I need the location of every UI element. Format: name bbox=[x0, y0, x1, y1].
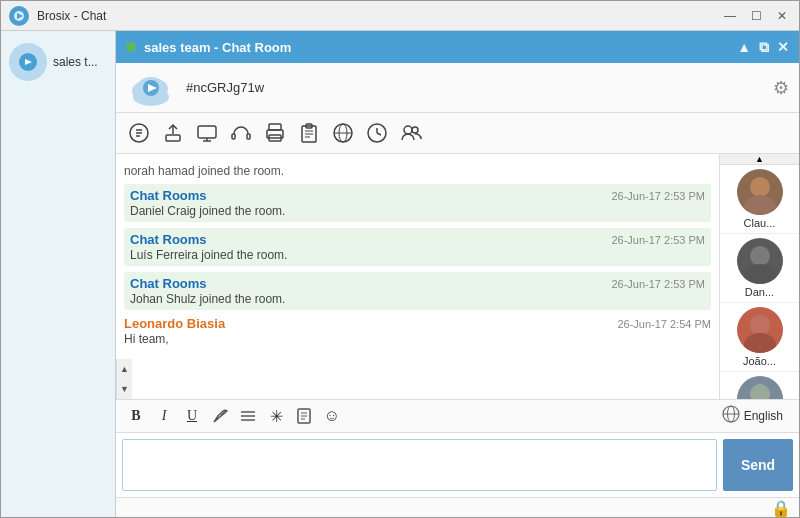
participant-avatar bbox=[737, 376, 783, 399]
messages-wrapper: norah hamad joined the room. Chat Rooms … bbox=[116, 154, 719, 399]
toolbar-clipboard-icon[interactable] bbox=[294, 119, 324, 147]
svg-rect-23 bbox=[247, 134, 250, 139]
message-group: Chat Rooms 26-Jun-17 2:53 PM Daniel Crai… bbox=[124, 184, 711, 222]
svg-rect-22 bbox=[232, 134, 235, 139]
collapse-button[interactable]: ▲ bbox=[737, 39, 751, 56]
message-time: 26-Jun-17 2:54 PM bbox=[617, 318, 711, 330]
message-group: Chat Rooms 26-Jun-17 2:53 PM Johan Shulz… bbox=[124, 272, 711, 310]
left-sidebar: sales t... bbox=[1, 31, 116, 518]
maximize-button[interactable]: ☐ bbox=[747, 7, 765, 25]
svg-line-37 bbox=[377, 133, 381, 135]
right-panel: sales team - Chat Room ▲ ⧉ ✕ #ncGRJg71w bbox=[116, 31, 799, 518]
toolbar-group-icon[interactable] bbox=[396, 119, 426, 147]
room-settings-icon[interactable]: ⚙ bbox=[773, 77, 789, 99]
chat-header-actions: ▲ ⧉ ✕ bbox=[737, 39, 789, 56]
language-icon bbox=[722, 405, 740, 427]
sidebar-username: sales t... bbox=[53, 55, 98, 69]
room-cloud-icon bbox=[126, 69, 176, 107]
participant-item[interactable]: Clau... bbox=[720, 165, 799, 234]
lock-icon: 🔒 bbox=[771, 499, 791, 518]
close-button[interactable]: ✕ bbox=[773, 7, 791, 25]
sidebar-user: sales t... bbox=[5, 39, 111, 85]
format-underline[interactable]: U bbox=[180, 404, 204, 428]
participant-avatar bbox=[737, 307, 783, 353]
message-sender: Chat Rooms bbox=[130, 276, 207, 291]
svg-point-40 bbox=[750, 177, 770, 197]
message-header: Chat Rooms 26-Jun-17 2:53 PM bbox=[130, 276, 705, 291]
participant-item[interactable]: João... bbox=[720, 303, 799, 372]
participant-item[interactable]: Joh... bbox=[720, 372, 799, 399]
input-row: Send bbox=[116, 432, 799, 497]
toolbar-screen-share-icon[interactable] bbox=[192, 119, 222, 147]
popout-button[interactable]: ⧉ bbox=[759, 39, 769, 56]
room-info-bar: #ncGRJg71w ⚙ bbox=[116, 63, 799, 113]
svg-point-41 bbox=[744, 195, 776, 215]
toolbar-history-icon[interactable] bbox=[362, 119, 392, 147]
svg-point-43 bbox=[744, 264, 776, 284]
app-icon bbox=[9, 6, 29, 26]
message-time: 26-Jun-17 2:53 PM bbox=[611, 234, 705, 246]
message-time: 26-Jun-17 2:53 PM bbox=[611, 278, 705, 290]
toolbar-upload-icon[interactable] bbox=[158, 119, 188, 147]
participant-avatar bbox=[737, 238, 783, 284]
format-italic[interactable]: I bbox=[152, 404, 176, 428]
chat-room-title: sales team - Chat Room bbox=[144, 40, 737, 55]
participants-sidebar: ▲ Clau... Dan... bbox=[719, 154, 799, 399]
toolbar-headset-icon[interactable] bbox=[226, 119, 256, 147]
close-chat-button[interactable]: ✕ bbox=[777, 39, 789, 56]
svg-point-38 bbox=[404, 126, 412, 134]
message-input[interactable] bbox=[122, 439, 717, 491]
toolbar-globe-icon[interactable] bbox=[328, 119, 358, 147]
format-star[interactable]: ✳ bbox=[264, 404, 288, 428]
svg-point-42 bbox=[750, 246, 770, 266]
send-button[interactable]: Send bbox=[723, 439, 793, 491]
title-bar-controls: — ☐ ✕ bbox=[721, 7, 791, 25]
format-emoji[interactable]: ☺ bbox=[320, 404, 344, 428]
messages-scroll-down[interactable]: ▼ bbox=[117, 379, 132, 399]
format-bold[interactable]: B bbox=[124, 404, 148, 428]
message-group: Chat Rooms 26-Jun-17 2:53 PM Luís Ferrei… bbox=[124, 228, 711, 266]
message-header: Chat Rooms 26-Jun-17 2:53 PM bbox=[130, 188, 705, 203]
message-time: 26-Jun-17 2:53 PM bbox=[611, 190, 705, 202]
svg-rect-17 bbox=[166, 135, 180, 141]
participants-scroll-up[interactable]: ▲ bbox=[720, 154, 799, 165]
format-toolbar: B I U ✳ ☺ English bbox=[116, 399, 799, 432]
participant-item[interactable]: Dan... bbox=[720, 234, 799, 303]
chat-header: sales team - Chat Room ▲ ⧉ ✕ bbox=[116, 31, 799, 63]
status-dot bbox=[126, 42, 136, 52]
svg-rect-24 bbox=[269, 124, 281, 130]
messages-area: norah hamad joined the room. Chat Rooms … bbox=[116, 154, 719, 359]
svg-point-46 bbox=[750, 384, 770, 399]
message-sender: Chat Rooms bbox=[130, 188, 207, 203]
message-content: Luís Ferreira joined the room. bbox=[130, 248, 705, 262]
message-content: Johan Shulz joined the room. bbox=[130, 292, 705, 306]
participant-name: Clau... bbox=[744, 217, 776, 229]
svg-marker-6 bbox=[25, 59, 32, 65]
participant-name: João... bbox=[743, 355, 776, 367]
svg-point-39 bbox=[412, 127, 418, 133]
room-hash-id: #ncGRJg71w bbox=[186, 80, 773, 95]
main-layout: sales t... sales team - Chat Room ▲ ⧉ ✕ bbox=[1, 31, 799, 518]
svg-point-45 bbox=[744, 333, 776, 353]
message-sender: Chat Rooms bbox=[130, 232, 207, 247]
chat-toolbar bbox=[116, 113, 799, 154]
format-tool[interactable] bbox=[208, 404, 232, 428]
toolbar-chat-icon[interactable] bbox=[124, 119, 154, 147]
svg-rect-19 bbox=[198, 126, 216, 138]
message-sender: Leonardo Biasia bbox=[124, 316, 225, 331]
participant-name: Dan... bbox=[745, 286, 774, 298]
language-label: English bbox=[744, 409, 783, 423]
bottom-bar: 🔒 bbox=[116, 497, 799, 518]
message-content: Daniel Craig joined the room. bbox=[130, 204, 705, 218]
message-content: Hi team, bbox=[124, 332, 711, 346]
title-bar-title: Brosix - Chat bbox=[37, 9, 721, 23]
minimize-button[interactable]: — bbox=[721, 7, 739, 25]
user-avatar bbox=[9, 43, 47, 81]
message-group: Leonardo Biasia 26-Jun-17 2:54 PM Hi tea… bbox=[124, 316, 711, 346]
messages-scroll-up[interactable]: ▲ bbox=[117, 359, 132, 379]
format-list[interactable] bbox=[236, 404, 260, 428]
toolbar-printer-icon[interactable] bbox=[260, 119, 290, 147]
participant-avatar bbox=[737, 169, 783, 215]
format-doc[interactable] bbox=[292, 404, 316, 428]
language-selector[interactable]: English bbox=[722, 405, 783, 427]
